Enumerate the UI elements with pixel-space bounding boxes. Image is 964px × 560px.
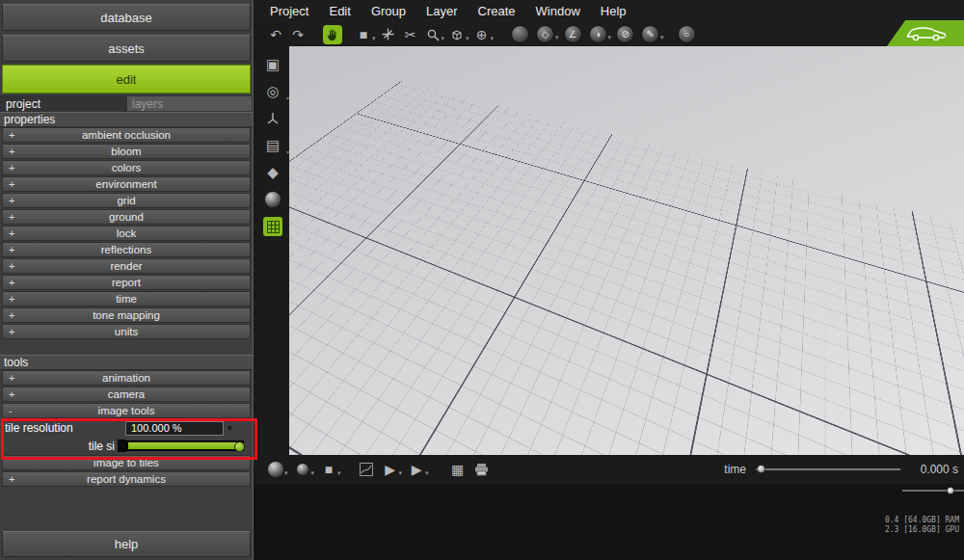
material-ball-icon[interactable] — [511, 25, 529, 43]
expand-icon[interactable]: + — [9, 129, 14, 141]
property-item-colors[interactable]: + colors — [2, 160, 251, 175]
options-circle-icon[interactable]: ○ — [678, 25, 696, 43]
help-button[interactable]: help — [2, 531, 251, 557]
pen-icon[interactable]: ✎ — [641, 25, 659, 43]
menu-project[interactable]: Project — [270, 4, 308, 18]
properties-header[interactable]: properties — [0, 112, 253, 127]
menu-edit[interactable]: Edit — [329, 4, 350, 18]
disable-icon[interactable]: ⊘ — [616, 25, 634, 43]
geometry-group[interactable]: ◇ ▾ — [534, 25, 559, 43]
tab-layers[interactable]: layers — [126, 95, 253, 112]
property-item-time[interactable]: + time — [2, 291, 251, 307]
chevron-down-icon[interactable]: ▾ — [491, 35, 495, 44]
time-slider-knob[interactable] — [757, 465, 765, 473]
tile-size-slider-knob[interactable] — [234, 441, 245, 452]
database-button[interactable]: database — [2, 4, 251, 31]
tool-item-camera[interactable]: + camera — [2, 387, 251, 402]
chevron-down-icon[interactable]: ▾ — [284, 469, 288, 479]
property-item-lock[interactable]: + lock — [2, 226, 251, 241]
edit-button[interactable]: edit — [2, 65, 251, 93]
select-tool-group[interactable]: ■ ▾ — [354, 25, 376, 44]
tile-resolution-dropdown-icon[interactable]: ▾ — [228, 423, 232, 433]
chevron-down-icon[interactable]: ▾ — [311, 469, 315, 479]
property-item-render[interactable]: + render — [2, 258, 251, 274]
tool-item-image-to-tiles[interactable]: image to tiles — [2, 455, 251, 470]
render-ball-group[interactable]: ▾ — [266, 460, 288, 479]
expand-icon[interactable]: + — [9, 195, 14, 206]
tools-header[interactable]: tools — [0, 355, 253, 370]
screen-export-icon[interactable]: ▣ — [263, 55, 282, 74]
play-icon[interactable]: ▶ — [381, 460, 400, 479]
target-icon[interactable]: ◎▾ — [263, 82, 282, 101]
expand-icon[interactable]: + — [9, 293, 14, 305]
magnifier-icon[interactable] — [423, 25, 442, 44]
chevron-down-icon[interactable]: ▾ — [442, 35, 445, 44]
tool-item-animation[interactable]: + animation — [2, 370, 251, 386]
property-item-grid[interactable]: + grid — [2, 193, 251, 208]
chevron-down-icon[interactable]: ▾ — [425, 469, 429, 479]
render-sphere-icon[interactable] — [266, 460, 285, 479]
rotate-group[interactable]: ◑ ▾ — [587, 25, 612, 43]
undo-icon[interactable]: ↶ — [266, 25, 285, 44]
region-square-icon[interactable]: ■ — [319, 460, 338, 479]
chevron-down-icon[interactable]: ▾ — [555, 34, 559, 43]
expand-icon[interactable]: + — [9, 326, 14, 337]
property-item-report[interactable]: + report — [2, 275, 251, 290]
menu-window[interactable]: Window — [536, 4, 580, 18]
collapse-icon[interactable]: - — [9, 405, 13, 416]
tile-size-value-field[interactable] — [118, 440, 126, 452]
expand-icon[interactable]: + — [9, 372, 14, 384]
assets-button[interactable]: assets — [2, 35, 251, 62]
chevron-down-icon[interactable]: ▾ — [660, 34, 664, 43]
geometry-icon[interactable]: ◇ — [536, 25, 554, 43]
property-item-bloom[interactable]: + bloom — [2, 144, 251, 159]
viewport-3d[interactable] — [289, 46, 964, 455]
printer-icon[interactable] — [472, 460, 492, 479]
chevron-down-icon[interactable]: ▾ — [372, 35, 376, 44]
select-tool-icon[interactable]: ■ — [354, 25, 373, 44]
rotate-icon[interactable]: ◑ — [589, 25, 607, 43]
preview-sphere-icon[interactable] — [293, 460, 312, 479]
tag-icon[interactable]: ◆ — [263, 163, 282, 182]
cube-tool-group[interactable]: ▾ — [447, 25, 469, 44]
expand-icon[interactable]: + — [9, 146, 14, 157]
menu-layer[interactable]: Layer — [426, 4, 458, 18]
zoom-scrubber[interactable] — [902, 490, 964, 492]
expand-icon[interactable]: + — [9, 260, 14, 272]
menu-group[interactable]: Group — [371, 4, 406, 18]
grid-tool-icon[interactable] — [263, 217, 282, 236]
chevron-down-icon[interactable]: ▾ — [337, 469, 341, 479]
pan-hand-tool-icon[interactable] — [323, 25, 342, 44]
pan-target-group[interactable]: ⊕ ▾ — [472, 25, 495, 44]
chevron-down-icon[interactable]: ▾ — [399, 469, 403, 479]
expand-icon[interactable]: + — [9, 178, 14, 190]
cube-icon[interactable] — [447, 25, 467, 44]
region-group[interactable]: ■ ▾ — [319, 460, 341, 479]
pan-target-icon[interactable]: ⊕ — [472, 25, 492, 44]
contact-sheet-icon[interactable]: ▦ — [448, 460, 468, 479]
redo-icon[interactable]: ↷ — [288, 25, 308, 44]
time-slider[interactable] — [756, 468, 900, 470]
property-item-units[interactable]: + units — [2, 324, 251, 339]
tile-resolution-value-field[interactable]: 100.000 % — [125, 421, 224, 436]
property-item-environment[interactable]: + environment — [2, 176, 251, 192]
property-item-tone-mapping[interactable]: + tone mapping — [2, 307, 251, 323]
expand-icon[interactable]: + — [9, 473, 14, 485]
expand-icon[interactable]: + — [9, 309, 14, 321]
play-render-group[interactable]: ▶ ▾ — [407, 460, 429, 479]
measure-angle-icon[interactable]: ∠ — [564, 25, 582, 43]
expand-icon[interactable]: + — [9, 162, 14, 173]
annotate-group[interactable]: ✎ ▾ — [639, 25, 664, 43]
axis-icon[interactable] — [263, 109, 282, 128]
property-item-ambient-occlusion[interactable]: + ambient occlusion — [2, 127, 251, 143]
move-gizmo-icon[interactable] — [379, 25, 398, 44]
scene-icon[interactable]: ▤▾ — [263, 136, 282, 155]
cut-tool-icon[interactable]: ✂ — [401, 25, 420, 44]
play-render-icon[interactable]: ▶ — [407, 460, 426, 479]
property-item-reflections[interactable]: + reflections — [2, 242, 251, 257]
property-item-ground[interactable]: + ground — [2, 209, 251, 225]
tool-item-report-dynamics[interactable]: + report dynamics — [2, 471, 251, 487]
menu-help[interactable]: Help — [601, 4, 627, 18]
expand-icon[interactable]: + — [9, 227, 14, 239]
tool-item-image-tools[interactable]: - image tools — [2, 403, 251, 418]
